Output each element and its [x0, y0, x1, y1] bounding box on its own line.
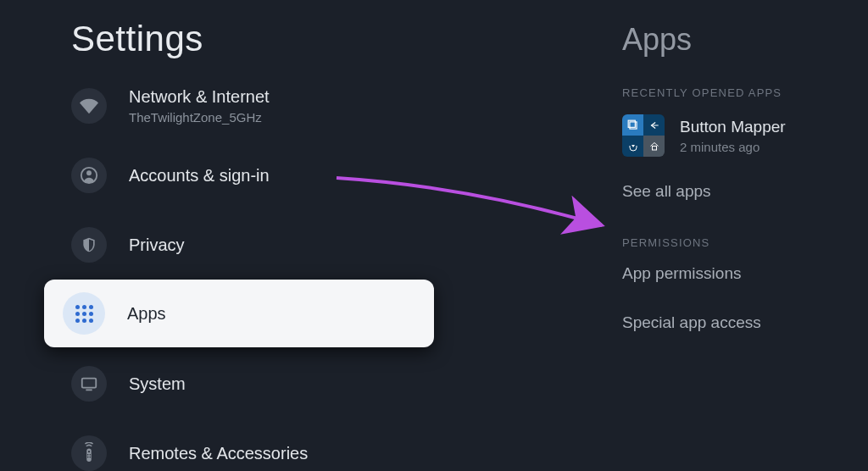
menu-item-label: System [129, 374, 186, 394]
app-permissions-link[interactable]: App permissions [622, 264, 868, 283]
svg-point-8 [87, 457, 89, 458]
menu-item-apps[interactable]: Apps [44, 280, 434, 347]
shield-icon [71, 227, 107, 263]
permissions-header: Permissions [622, 236, 868, 249]
settings-list: Settings Network & Internet TheTwilightZ… [0, 0, 475, 471]
detail-title: Apps [622, 22, 868, 58]
menu-item-remotes[interactable]: Remotes & Accessories [0, 424, 475, 471]
menu-item-accounts[interactable]: Accounts & sign-in [0, 146, 475, 205]
menu-item-privacy[interactable]: Privacy [0, 215, 475, 274]
app-icon-button-mapper [622, 114, 665, 157]
recent-app-item[interactable]: Button Mapper 2 minutes ago [622, 114, 868, 157]
svg-rect-13 [652, 146, 656, 150]
menu-item-label: Remotes & Accessories [129, 444, 308, 463]
svg-point-6 [87, 454, 89, 456]
svg-point-1 [86, 170, 92, 175]
svg-point-5 [88, 451, 90, 452]
recent-app-time: 2 minutes ago [680, 140, 786, 154]
recently-opened-header: Recently opened apps [622, 86, 868, 99]
svg-point-7 [89, 454, 91, 456]
menu-item-label: Apps [127, 304, 166, 324]
see-all-apps-link[interactable]: See all apps [622, 182, 868, 201]
apps-icon [63, 292, 105, 335]
menu-item-label: Network & Internet [129, 87, 270, 107]
menu-item-label: Privacy [129, 236, 185, 255]
svg-rect-2 [82, 379, 97, 388]
menu-item-system[interactable]: System [0, 354, 475, 413]
account-icon [71, 158, 107, 193]
recent-app-name: Button Mapper [680, 118, 786, 136]
menu-item-label: Accounts & sign-in [129, 166, 270, 186]
apps-detail-pane: Apps Recently opened apps Button Mapper … [610, 0, 868, 363]
page-title: Settings [71, 19, 475, 59]
tv-icon [71, 366, 107, 402]
remote-icon [71, 435, 107, 471]
menu-item-network[interactable]: Network & Internet TheTwilightZone_5GHz [0, 76, 475, 136]
svg-point-9 [89, 457, 91, 458]
special-app-access-link[interactable]: Special app access [622, 313, 868, 332]
menu-item-sublabel: TheTwilightZone_5GHz [129, 110, 270, 125]
wifi-icon [71, 88, 107, 124]
